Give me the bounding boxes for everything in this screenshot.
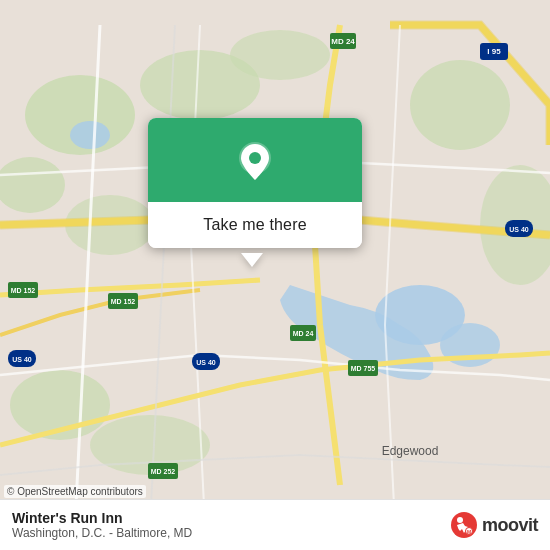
svg-point-38 — [457, 517, 463, 523]
take-me-there-button[interactable]: Take me there — [148, 202, 362, 248]
svg-point-5 — [230, 30, 330, 80]
map-background: MD 24 I 95 US 40 MD 152 MD 152 US 40 US … — [0, 0, 550, 550]
svg-text:M: M — [467, 529, 471, 535]
location-pin-icon — [233, 140, 277, 184]
popup-header — [148, 118, 362, 202]
svg-point-10 — [70, 121, 110, 149]
svg-text:I 95: I 95 — [487, 47, 501, 56]
copyright-text: © OpenStreetMap contributors — [4, 485, 146, 498]
moovit-brand-text: moovit — [482, 515, 538, 536]
svg-text:US 40: US 40 — [12, 356, 32, 363]
svg-text:MD 152: MD 152 — [11, 287, 36, 294]
popup-card: Take me there — [148, 118, 362, 248]
svg-point-6 — [410, 60, 510, 150]
place-region: Washington, D.C. - Baltimore, MD — [12, 526, 192, 540]
svg-text:MD 24: MD 24 — [293, 330, 314, 337]
svg-text:US 40: US 40 — [196, 359, 216, 366]
svg-point-36 — [249, 152, 261, 164]
svg-text:MD 152: MD 152 — [111, 298, 136, 305]
svg-text:MD 755: MD 755 — [351, 365, 376, 372]
map-container: MD 24 I 95 US 40 MD 152 MD 152 US 40 US … — [0, 0, 550, 550]
bottom-bar: Winter's Run Inn Washington, D.C. - Balt… — [0, 499, 550, 550]
svg-text:MD 252: MD 252 — [151, 468, 176, 475]
svg-text:US 40: US 40 — [509, 226, 529, 233]
svg-text:Edgewood: Edgewood — [382, 444, 439, 458]
place-info: Winter's Run Inn Washington, D.C. - Balt… — [12, 510, 192, 540]
popup-tail — [241, 253, 263, 267]
place-name: Winter's Run Inn — [12, 510, 192, 526]
moovit-logo: M moovit — [450, 511, 538, 539]
moovit-icon: M — [450, 511, 478, 539]
svg-text:MD 24: MD 24 — [331, 37, 355, 46]
